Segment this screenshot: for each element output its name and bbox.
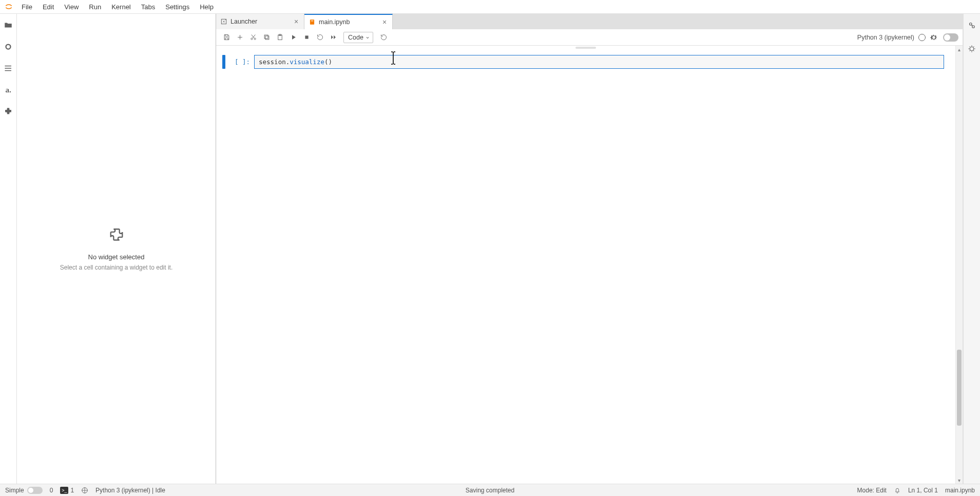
- svg-point-2: [5, 68, 6, 69]
- tab-launcher[interactable]: Launcher ×: [216, 14, 304, 29]
- cut-icon[interactable]: [247, 31, 259, 44]
- extensions-icon[interactable]: [1, 104, 15, 119]
- add-cell-icon[interactable]: [234, 31, 246, 44]
- jupyter-logo-icon: [4, 2, 13, 11]
- terminal-icon: >_: [60, 487, 68, 494]
- svg-rect-10: [264, 35, 268, 39]
- simple-toggle[interactable]: [27, 487, 43, 494]
- cell-type-select[interactable]: Code: [343, 32, 373, 43]
- paste-icon[interactable]: [274, 31, 286, 44]
- toc-icon[interactable]: [1, 61, 15, 75]
- left-rail: a.: [0, 14, 17, 484]
- vertical-scrollbar[interactable]: ▴ ▾: [955, 46, 963, 484]
- right-rail: [963, 14, 980, 484]
- copy-icon[interactable]: [260, 31, 273, 44]
- sidebar-widget-panel: No widget selected Select a cell contain…: [17, 14, 216, 484]
- menu-view[interactable]: View: [59, 1, 84, 13]
- svg-rect-6: [311, 21, 314, 21]
- status-count-0[interactable]: 0: [50, 487, 53, 494]
- svg-rect-5: [310, 20, 314, 24]
- mode-status[interactable]: Mode: Edit: [857, 487, 887, 494]
- debugger-toggle[interactable]: [943, 33, 958, 42]
- drag-handle-icon[interactable]: [575, 47, 596, 49]
- folder-icon[interactable]: [1, 18, 15, 32]
- code-cell[interactable]: [ ]: session.visualize(): [222, 55, 944, 69]
- stop-icon[interactable]: [300, 31, 313, 44]
- notebook-tab-icon: [309, 18, 316, 26]
- code-token: (): [324, 58, 332, 66]
- fast-forward-icon[interactable]: [327, 31, 339, 44]
- menu-kernel[interactable]: Kernel: [106, 1, 136, 13]
- simple-mode[interactable]: Simple: [5, 487, 43, 494]
- launcher-tab-icon: [220, 18, 227, 25]
- notebook-body[interactable]: [ ]: session.visualize(): [216, 46, 955, 484]
- status-file[interactable]: main.ipynb: [945, 487, 975, 494]
- svg-point-1: [5, 66, 6, 67]
- svg-point-0: [6, 45, 11, 49]
- main-column: Launcher × main.ipynb ×: [216, 14, 963, 484]
- close-icon[interactable]: ×: [381, 18, 388, 26]
- svg-rect-13: [305, 35, 308, 39]
- restart-icon[interactable]: [314, 31, 326, 44]
- simple-label: Simple: [5, 487, 24, 494]
- scroll-thumb[interactable]: [957, 350, 962, 426]
- code-token: session.: [259, 58, 290, 66]
- kernel-name[interactable]: Python 3 (ipykernel): [857, 34, 914, 41]
- tab-label: main.ipynb: [319, 18, 381, 26]
- kernel-status[interactable]: Python 3 (ipykernel) | Idle: [95, 487, 165, 494]
- notification-icon[interactable]: [894, 487, 901, 494]
- menu-run[interactable]: Run: [84, 1, 106, 13]
- menu-tabs[interactable]: Tabs: [136, 1, 160, 13]
- tab-main-ipynb[interactable]: main.ipynb ×: [304, 14, 393, 29]
- cell-prompt: [ ]:: [233, 55, 254, 69]
- menu-file[interactable]: File: [16, 1, 37, 13]
- terminal-count-value: 1: [70, 487, 74, 494]
- statusbar: Simple 0 >_ 1 Python 3 (ipykernel) | Idl…: [0, 484, 980, 496]
- svg-rect-9: [265, 36, 269, 40]
- scroll-up-icon[interactable]: ▴: [956, 46, 963, 53]
- svg-point-7: [251, 38, 252, 40]
- sidebar-subtitle: Select a cell containing a widget to edi…: [60, 264, 172, 271]
- puzzle-icon: [108, 227, 125, 246]
- svg-point-16: [970, 47, 974, 51]
- menu-settings[interactable]: Settings: [160, 1, 195, 13]
- menu-edit[interactable]: Edit: [37, 1, 59, 13]
- svg-point-3: [5, 70, 6, 71]
- lsp-status-icon[interactable]: [81, 487, 88, 494]
- close-icon[interactable]: ×: [293, 17, 300, 26]
- render-icon[interactable]: [377, 31, 390, 44]
- gear-icon[interactable]: [930, 33, 938, 42]
- save-icon[interactable]: [220, 31, 233, 44]
- svg-point-8: [254, 38, 256, 40]
- notebook-toolbar: Code Python 3 (ipykernel): [216, 29, 963, 46]
- cell-active-bar: [222, 55, 225, 69]
- scroll-down-icon[interactable]: ▾: [956, 476, 963, 484]
- shell: a. No widget selected Select a cell cont…: [0, 14, 980, 484]
- tab-label: Launcher: [230, 18, 293, 25]
- menu-help[interactable]: Help: [195, 1, 219, 13]
- cursor-position[interactable]: Ln 1, Col 1: [908, 487, 938, 494]
- menubar: File Edit View Run Kernel Tabs Settings …: [0, 0, 980, 14]
- code-token: visualize: [290, 58, 324, 66]
- running-icon[interactable]: [1, 40, 15, 54]
- status-center: Saving completed: [466, 487, 514, 494]
- ai-icon[interactable]: a.: [1, 83, 15, 97]
- sidebar-title: No widget selected: [88, 253, 145, 261]
- run-icon[interactable]: [287, 31, 299, 44]
- text-cursor-icon: [388, 50, 398, 67]
- terminal-count[interactable]: >_ 1: [60, 487, 74, 494]
- tab-row: Launcher × main.ipynb ×: [216, 14, 963, 29]
- scroll-track[interactable]: [956, 53, 963, 476]
- kernel-status-icon[interactable]: [918, 34, 926, 41]
- property-inspector-icon[interactable]: [965, 18, 979, 32]
- code-input[interactable]: session.visualize(): [254, 55, 944, 69]
- debugger-icon[interactable]: [965, 42, 979, 56]
